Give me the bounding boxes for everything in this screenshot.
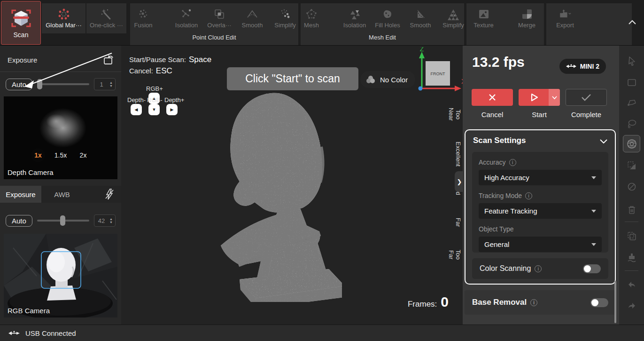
zone-label-far: Far (453, 218, 462, 227)
gizmo-z-label: Z (420, 47, 424, 53)
color-scanning-toggle[interactable] (583, 264, 601, 273)
zoom-2x-button[interactable]: 2x (76, 148, 90, 162)
info-icon[interactable]: i (525, 192, 532, 199)
scan-settings-panel: Scan Settings Accuracyi High Accuracy Tr… (465, 129, 616, 285)
spin-down-icon[interactable]: ▼ (109, 85, 113, 87)
info-icon[interactable]: i (530, 299, 537, 306)
undo-arrow-icon (627, 280, 637, 290)
lasso-select-button[interactable] (623, 115, 640, 132)
pc-isolation-icon (180, 8, 193, 20)
one-click-icon (101, 8, 113, 20)
start-options-chevron[interactable] (549, 89, 560, 106)
duplicate-button[interactable] (623, 227, 640, 245)
zoom-1-5x-button[interactable]: 1.5x (54, 148, 68, 162)
tracking-mode-dropdown[interactable]: Feature Tracking (479, 203, 602, 219)
usb-icon (566, 63, 576, 69)
rgb-camera-preview[interactable]: RGB Camera (4, 234, 117, 317)
object-type-dropdown[interactable]: General (479, 237, 602, 252)
ribbon-group-texture-merge: Texture Merge (466, 3, 544, 45)
ribbon-collapse-button[interactable] (626, 17, 638, 27)
fusion-icon (137, 8, 149, 20)
redo-button[interactable] (623, 297, 640, 315)
depth-camera-preview[interactable]: 1x 1.5x 2x Depth Camera (4, 96, 117, 179)
ribbon-item-scan[interactable]: Scan (1, 1, 41, 45)
start-button[interactable] (519, 89, 560, 106)
info-icon[interactable]: i (535, 265, 542, 272)
rgb-exposure-slider[interactable] (37, 215, 89, 226)
nudge-depth-minus-button[interactable]: ◀ (131, 104, 142, 115)
invert-selection-button[interactable] (623, 157, 640, 174)
spin-down-icon[interactable]: ▼ (109, 221, 113, 224)
ribbon-item-pc-isolation[interactable]: Isolation (175, 8, 198, 29)
group-label-mesh-edit: Mesh Edit (301, 33, 464, 44)
flip-window-icon[interactable] (102, 54, 115, 66)
depth-auto-exposure-button[interactable]: Auto (6, 79, 32, 90)
complete-button[interactable] (566, 89, 607, 106)
polygon-select-button[interactable] (623, 94, 640, 111)
ribbon-item-mesh-smooth[interactable]: Smooth (409, 8, 432, 29)
scan-settings-title: Scan Settings (473, 136, 526, 145)
accuracy-dropdown[interactable]: High Accuracy (479, 170, 602, 185)
brush-button[interactable] (623, 249, 640, 266)
toolbar-divider (625, 222, 638, 222)
ribbon-item-export[interactable]: Export (554, 8, 576, 29)
exposure-title: Exposure (8, 56, 37, 64)
ribbon-item-mesh-simplify[interactable]: Simplify (442, 8, 465, 29)
brush-icon (627, 253, 637, 263)
ribbon-item-pc-simplify[interactable]: Simplify (274, 8, 296, 29)
deselect-button[interactable] (623, 178, 640, 195)
select-cursor-button[interactable] (623, 52, 640, 70)
nudge-depth-plus-button[interactable]: ▶ (166, 104, 178, 115)
depth-exposure-value[interactable]: 1 ▲▼ (94, 78, 116, 90)
ribbon-item-global-markers[interactable]: Global Mar··· (42, 3, 85, 33)
tab-awb[interactable]: AWB (41, 186, 83, 203)
depth-zoom-options: 1x 1.5x 2x (4, 148, 117, 162)
ribbon-item-pc-smooth[interactable]: Smooth (241, 8, 264, 29)
delete-button[interactable] (623, 201, 640, 218)
spin-up-icon[interactable]: ▲ (109, 81, 113, 84)
rgb-auto-exposure-button[interactable]: Auto (6, 215, 32, 227)
info-icon[interactable]: i (509, 159, 516, 166)
flash-off-icon[interactable] (104, 189, 115, 200)
accuracy-field-label: Accuracyi (479, 159, 608, 166)
undo-button[interactable] (623, 276, 640, 293)
collapse-section-chevron[interactable] (600, 137, 607, 145)
tab-exposure[interactable]: Exposure (0, 186, 41, 203)
sphere-select-button[interactable] (623, 135, 640, 152)
axis-gizmo[interactable]: FRONT Z X (412, 47, 464, 94)
base-removal-toggle[interactable] (590, 298, 608, 307)
shortcut-cancel: Cancel:ESC (129, 66, 172, 76)
ribbon-item-one-click[interactable]: One-click ··· (86, 3, 126, 33)
color-scanning-label: Color Scanningi (480, 264, 542, 273)
rgb-exposure-value[interactable]: 42 ▲▼ (94, 214, 116, 227)
spin-up-icon[interactable]: ▲ (109, 218, 113, 221)
usb-icon (8, 330, 20, 336)
cancel-button[interactable] (472, 89, 513, 106)
invert-selection-icon (627, 160, 637, 171)
scanner-app: Scan Global Mar··· One-click ··· (0, 0, 644, 341)
mesh-simplify-icon (447, 8, 459, 20)
ribbon-item-mesh-isolation[interactable]: Isolation (343, 8, 366, 29)
global-markers-label: Global Mar··· (46, 22, 82, 29)
gizmo-front-label: FRONT (431, 71, 445, 76)
nudge-rgb-minus-button[interactable]: ▼ (148, 104, 160, 115)
depth-exposure-slider[interactable] (37, 79, 89, 89)
chevron-right-icon: ❯ (457, 178, 462, 185)
ribbon-item-texture[interactable]: Texture (473, 8, 495, 29)
ribbon-item-mesh[interactable]: Mesh (300, 8, 323, 29)
ribbon-item-merge[interactable]: Merge (516, 8, 538, 29)
no-color-badge[interactable]: No Color (360, 71, 415, 88)
ribbon-item-fusion[interactable]: Fusion (132, 8, 155, 29)
scan-icon (10, 8, 32, 29)
overlap-icon (213, 8, 225, 20)
ribbon-item-overlap[interactable]: Overla··· (208, 8, 231, 29)
connection-status-text: USB Connected (25, 329, 76, 337)
panel-scrollbar[interactable] (614, 281, 616, 323)
rectangle-select-button[interactable] (623, 73, 640, 91)
zoom-1x-button[interactable]: 1x (31, 148, 45, 162)
polygon-select-icon (627, 98, 637, 108)
triangle-down-icon: ▼ (152, 107, 156, 112)
ribbon-group-mesh-edit: Mesh Isolation Fill Holes (301, 3, 464, 45)
ribbon-item-fill-holes[interactable]: Fill Holes (376, 8, 399, 29)
scan-viewport[interactable]: Start/Pause Scan:Space Cancel:ESC RGB+ ▲… (121, 46, 463, 325)
